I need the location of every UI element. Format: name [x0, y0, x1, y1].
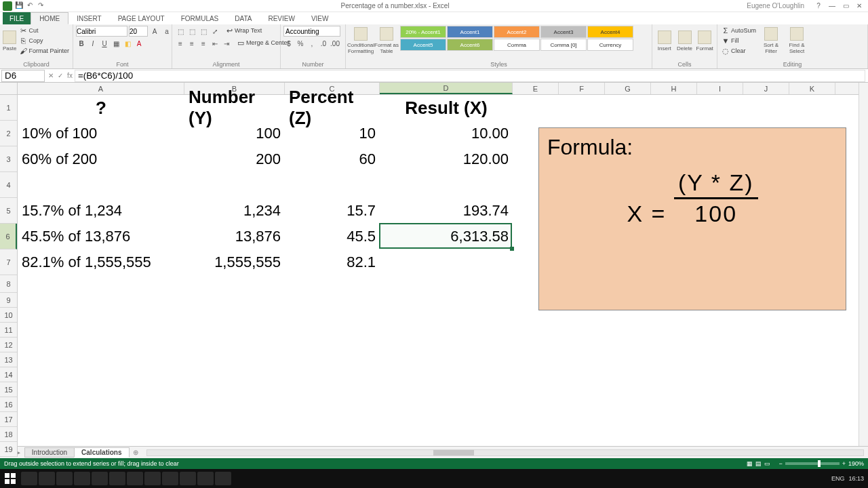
format-painter-button[interactable]: 🖌Format Painter: [18, 46, 71, 56]
tab-insert[interactable]: INSERT: [68, 12, 110, 24]
decrease-font-button[interactable]: a: [161, 26, 172, 37]
cell-A2[interactable]: 10% of 100: [18, 121, 184, 146]
style-accent5[interactable]: Accent5: [400, 39, 446, 51]
zoom-in-button[interactable]: +: [842, 460, 846, 467]
col-header-G[interactable]: G: [605, 83, 651, 94]
cell-A6[interactable]: 45.5% of 13,876: [18, 224, 184, 249]
help-button[interactable]: ?: [814, 2, 823, 9]
cell-D3[interactable]: 120.00: [380, 146, 513, 172]
fx-button[interactable]: fx: [65, 72, 75, 79]
cell-D5[interactable]: 193.74: [380, 198, 513, 224]
insert-cells-button[interactable]: Insert: [655, 26, 674, 56]
page-break-view-icon[interactable]: ▭: [764, 460, 770, 467]
sort-filter-button[interactable]: Sort & Filter: [759, 26, 783, 56]
zoom-out-button[interactable]: −: [778, 460, 782, 467]
tab-home[interactable]: HOME: [31, 12, 68, 24]
row-header-11[interactable]: 11: [0, 323, 17, 338]
fill-color-button[interactable]: ◧: [122, 38, 133, 49]
name-box[interactable]: [1, 70, 45, 82]
row-header-3[interactable]: 3: [0, 146, 17, 172]
style-accent4[interactable]: Accent4: [587, 26, 633, 38]
cell-B1[interactable]: Number (Y): [184, 95, 285, 121]
tab-review[interactable]: REVIEW: [260, 12, 302, 24]
select-all-corner[interactable]: [0, 83, 18, 95]
number-format-select[interactable]: [283, 26, 340, 37]
row-headers[interactable]: 12345678910111213141516171819: [0, 95, 18, 457]
cell-C3[interactable]: 60: [285, 146, 380, 172]
task-icon[interactable]: [92, 472, 108, 485]
align-left-button[interactable]: ≡: [175, 38, 186, 49]
enter-formula-button[interactable]: ✓: [56, 72, 65, 79]
col-header-K[interactable]: K: [789, 83, 835, 94]
horizontal-scrollbar[interactable]: [146, 449, 864, 456]
col-header-E[interactable]: E: [513, 83, 559, 94]
align-bottom-button[interactable]: ⬚: [198, 26, 209, 37]
view-buttons[interactable]: ▦▤▭: [745, 460, 772, 467]
font-size-input[interactable]: [129, 26, 148, 37]
indent-inc-button[interactable]: ⇥: [221, 38, 232, 49]
qat-redo[interactable]: ↷: [37, 1, 45, 9]
style-currency[interactable]: Currency: [587, 39, 633, 51]
task-icon[interactable]: [144, 472, 161, 485]
italic-button[interactable]: I: [87, 38, 98, 49]
copy-button[interactable]: ⎘Copy: [18, 36, 71, 45]
add-sheet-button[interactable]: ⊕: [129, 449, 142, 456]
row-header-12[interactable]: 12: [0, 338, 17, 352]
style-accent2[interactable]: Accent2: [494, 26, 540, 38]
delete-cells-button[interactable]: Delete: [675, 26, 694, 56]
row-header-16[interactable]: 16: [0, 397, 17, 412]
style-accent3[interactable]: Accent3: [540, 26, 587, 38]
row-header-2[interactable]: 2: [0, 121, 17, 146]
row-header-19[interactable]: 19: [0, 442, 17, 457]
task-icon[interactable]: [162, 472, 178, 485]
row-header-10[interactable]: 10: [0, 308, 17, 323]
vertical-scrollbar[interactable]: [859, 83, 868, 446]
cell-styles-gallery[interactable]: 20% - Accent1 Accent1 Accent2 Accent3 Ac…: [400, 26, 633, 51]
currency-button[interactable]: $: [283, 38, 294, 49]
worksheet[interactable]: ABCDEFGHIJK 1234567891011121314151617181…: [0, 83, 868, 446]
task-icon[interactable]: [109, 472, 125, 485]
tab-view[interactable]: VIEW: [303, 12, 337, 24]
dec-dec-button[interactable]: .00: [330, 38, 340, 49]
cell-C6[interactable]: 45.5: [285, 224, 380, 249]
sheet-tab-calculations[interactable]: Calculations: [74, 447, 129, 458]
indent-dec-button[interactable]: ⇤: [210, 38, 220, 49]
cell-D1[interactable]: Result (X): [380, 95, 513, 121]
col-header-H[interactable]: H: [651, 83, 697, 94]
inc-dec-button[interactable]: .0: [318, 38, 329, 49]
normal-view-icon[interactable]: ▦: [747, 460, 753, 467]
col-header-I[interactable]: I: [697, 83, 743, 94]
row-header-13[interactable]: 13: [0, 352, 17, 367]
row-header-14[interactable]: 14: [0, 367, 17, 382]
page-layout-view-icon[interactable]: ▤: [755, 460, 762, 467]
style-accent6[interactable]: Accent6: [447, 39, 493, 51]
border-button[interactable]: ▦: [111, 38, 121, 49]
cell-B5[interactable]: 1,234: [184, 198, 285, 224]
zoom-slider[interactable]: − + 190%: [778, 460, 864, 467]
zoom-level[interactable]: 190%: [848, 460, 864, 467]
cut-button[interactable]: ✂Cut: [18, 26, 71, 35]
comma-button[interactable]: ,: [307, 38, 317, 49]
cell-D2[interactable]: 10.00: [380, 121, 513, 146]
row-header-6[interactable]: 6: [0, 224, 17, 249]
style-comma[interactable]: Comma: [494, 39, 540, 51]
task-icon[interactable]: [39, 472, 55, 485]
orientation-button[interactable]: ⤢: [210, 26, 220, 37]
tab-formulas[interactable]: FORMULAS: [173, 12, 227, 24]
cell-A1[interactable]: ?: [18, 95, 184, 121]
maximize-button[interactable]: ▭: [841, 2, 850, 9]
task-icon[interactable]: [180, 472, 196, 485]
cell-C2[interactable]: 10: [285, 121, 380, 146]
col-header-A[interactable]: A: [18, 83, 184, 94]
row-header-7[interactable]: 7: [0, 249, 17, 275]
underline-button[interactable]: U: [99, 38, 110, 49]
align-top-button[interactable]: ⬚: [175, 26, 186, 37]
row-header-1[interactable]: 1: [0, 95, 17, 121]
fill-button[interactable]: ▼Fill: [720, 36, 757, 45]
start-button[interactable]: [0, 469, 20, 488]
cell-A3[interactable]: 60% of 200: [18, 146, 184, 172]
qat-save[interactable]: 💾: [15, 1, 23, 9]
task-icon[interactable]: [215, 472, 231, 485]
font-name-input[interactable]: [76, 26, 127, 37]
qat-undo[interactable]: ↶: [26, 1, 34, 9]
